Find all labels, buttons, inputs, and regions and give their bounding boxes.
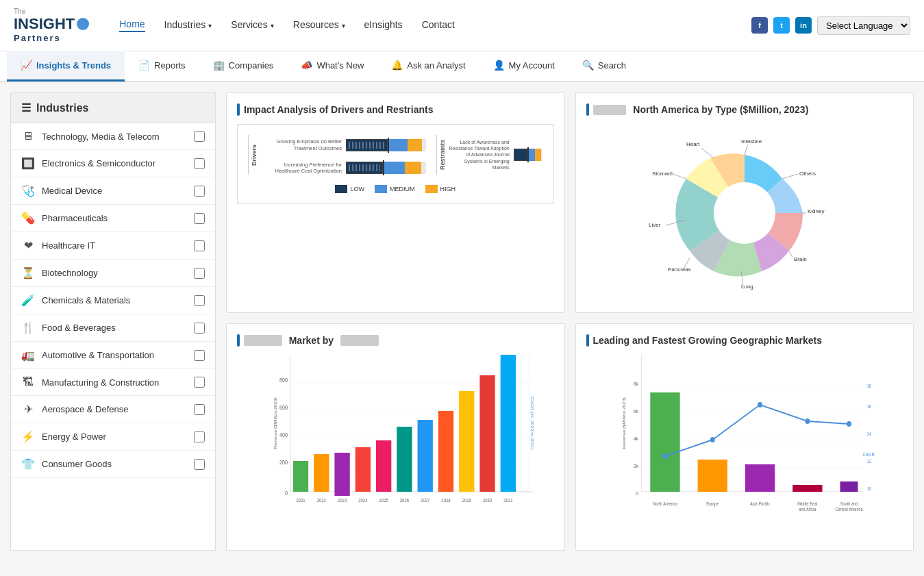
language-select[interactable]: Select Language: [817, 16, 910, 35]
subnav-whatsnew[interactable]: 📣 What's New: [287, 51, 377, 82]
svg-text:Others: Others: [799, 171, 816, 177]
svg-text:800: 800: [279, 377, 288, 384]
svg-text:Intestine: Intestine: [741, 138, 762, 145]
svg-text:and Africa: and Africa: [799, 507, 816, 512]
sidebar-checkbox-9[interactable]: [194, 377, 205, 388]
sidebar-icon-9: 🏗: [21, 376, 35, 388]
nav-contact[interactable]: Contact: [422, 19, 455, 32]
driver-bar-1: [346, 139, 426, 151]
svg-rect-40: [479, 375, 495, 492]
drivers-section: Drivers Growing Emphasis on Better Treat…: [248, 135, 426, 175]
donut-blurred: ████: [593, 105, 627, 115]
sidebar-checkbox-0[interactable]: [194, 131, 205, 142]
driver-bars: Growing Emphasis on Better Treatment Out…: [260, 135, 426, 175]
sidebar-label-3: Pharmaceuticals: [42, 213, 108, 223]
sidebar-item-6[interactable]: 🧪 Chemicals & Materials: [11, 287, 215, 314]
svg-text:600: 600: [279, 404, 288, 411]
donut-chart-title: ████ North America by Type ($Million, 20…: [586, 103, 903, 116]
nav-home[interactable]: Home: [119, 18, 145, 32]
svg-text:CAGR: CAGR: [862, 452, 875, 457]
sidebar-checkbox-1[interactable]: [194, 158, 205, 169]
impact-chart-inner: Drivers Growing Emphasis on Better Treat…: [248, 135, 543, 175]
sidebar-checkbox-5[interactable]: [194, 268, 205, 279]
sidebar-item-11[interactable]: ⚡ Energy & Power: [11, 423, 215, 451]
sidebar-item-3[interactable]: 💊 Pharmaceuticals: [11, 205, 215, 232]
svg-text:10: 10: [866, 486, 871, 491]
linkedin-icon[interactable]: in: [795, 17, 812, 34]
subnav-insights[interactable]: 📈 Insights & Trends: [7, 51, 125, 82]
svg-rect-38: [438, 411, 453, 492]
nav-industries[interactable]: Industries ▾: [164, 19, 212, 32]
svg-line-17: [701, 148, 714, 158]
subnav-reports[interactable]: 📄 Reports: [125, 51, 199, 82]
facebook-icon[interactable]: f: [751, 17, 768, 34]
impact-legend: LOW MEDIUM HIGH: [248, 185, 543, 193]
svg-text:Middle East: Middle East: [797, 501, 818, 506]
sidebar-item-left-0: 🖥 Technology, Media & Telecom: [21, 130, 160, 142]
driver-label-1: Growing Emphasis on Better Treatment Out…: [260, 138, 342, 152]
svg-text:18: 18: [866, 384, 871, 388]
sub-nav: 📈 Insights & Trends 📄 Reports 🏢 Companie…: [0, 51, 924, 82]
twitter-icon[interactable]: t: [773, 17, 790, 34]
sidebar-label-8: Automotive & Transportation: [42, 350, 154, 360]
sidebar-checkbox-6[interactable]: [194, 295, 205, 306]
sidebar-icon-5: ⏳: [21, 266, 35, 279]
subnav-account[interactable]: 👤 My Account: [479, 51, 569, 82]
sidebar-label-12: Consumer Goods: [42, 459, 112, 469]
nav-services[interactable]: Services ▾: [231, 19, 274, 32]
sidebar-item-1[interactable]: 🔲 Electronics & Semiconductor: [11, 150, 215, 177]
sidebar-item-0[interactable]: 🖥 Technology, Media & Telecom: [11, 123, 215, 150]
driver-bar-2: [346, 162, 426, 174]
subnav-analyst[interactable]: 🔔 Ask an Analyst: [377, 51, 479, 82]
sidebar-checkbox-2[interactable]: [194, 186, 205, 197]
sidebar-item-2[interactable]: 🩺 Medical Device: [11, 177, 215, 205]
sidebar-item-left-9: 🏗 Manufacturing & Construction: [21, 376, 159, 388]
sidebar-item-7[interactable]: 🍴 Food & Beverages: [11, 314, 215, 342]
svg-text:16: 16: [866, 404, 871, 409]
svg-text:Heart: Heart: [686, 141, 700, 147]
restraint-row-1: Lack of Awareness and Resistance Toward …: [448, 139, 543, 170]
subnav-companies[interactable]: 🏢 Companies: [199, 51, 288, 82]
sidebar-title: ☰ Industries: [11, 93, 215, 123]
sidebar-item-5[interactable]: ⏳ Biotechnology: [11, 260, 215, 287]
legend-medium-box: [375, 185, 387, 193]
logo-partners: Partners: [14, 33, 89, 43]
svg-text:CAGR (%, 2023 to 2031): CAGR (%, 2023 to 2031): [529, 397, 534, 450]
sidebar-checkbox-11[interactable]: [194, 431, 205, 442]
svg-text:2025: 2025: [379, 497, 388, 503]
donut-chart-card: ████ North America by Type ($Million, 20…: [575, 92, 914, 313]
sidebar-checkbox-4[interactable]: [194, 240, 205, 251]
subnav-reports-label: Reports: [154, 60, 186, 71]
legend-high: HIGH: [425, 185, 456, 193]
sidebar-checkbox-7[interactable]: [194, 323, 205, 334]
svg-rect-55: [521, 355, 529, 492]
nav-einsights[interactable]: eInsights: [364, 19, 403, 32]
driver-label-2: Increasing Preference for Healthcare Cos…: [260, 162, 342, 175]
sidebar-item-left-8: 🚛 Automotive & Transportation: [21, 349, 154, 362]
sidebar-checkbox-10[interactable]: [194, 404, 205, 415]
sidebar-icon-12: 👕: [21, 458, 35, 471]
header: The INSIGHT Partners Home Industries ▾ S…: [0, 0, 924, 51]
nav-resources[interactable]: Resources ▾: [293, 19, 345, 32]
svg-line-3: [782, 174, 798, 179]
sidebar-checkbox-8[interactable]: [194, 350, 205, 361]
logo[interactable]: The INSIGHT Partners: [14, 8, 89, 43]
sidebar-checkbox-3[interactable]: [194, 213, 205, 224]
sidebar-item-4[interactable]: ❤ Healthcare IT: [11, 232, 215, 260]
svg-text:Central America: Central America: [835, 507, 863, 512]
driver-divider-1: [388, 138, 389, 153]
sidebar-item-9[interactable]: 🏗 Manufacturing & Construction: [11, 369, 215, 396]
search-icon: 🔍: [582, 60, 594, 71]
sidebar-icon-7: 🍴: [21, 321, 35, 334]
sidebar-item-10[interactable]: ✈ Aerospace & Defense: [11, 396, 215, 423]
restraints-section: Restraints Lack of Awareness and Resista…: [436, 135, 543, 175]
sidebar-checkbox-12[interactable]: [194, 459, 205, 470]
legend-low: LOW: [335, 185, 364, 193]
sidebar-item-12[interactable]: 👕 Consumer Goods: [11, 451, 215, 478]
svg-text:North America: North America: [653, 501, 677, 506]
subnav-search[interactable]: 🔍 Search: [569, 51, 640, 82]
svg-rect-67: [650, 392, 679, 492]
driver-row-1: Growing Emphasis on Better Treatment Out…: [260, 138, 426, 152]
sidebar-item-8[interactable]: 🚛 Automotive & Transportation: [11, 342, 215, 369]
sidebar-icon-6: 🧪: [21, 294, 35, 307]
